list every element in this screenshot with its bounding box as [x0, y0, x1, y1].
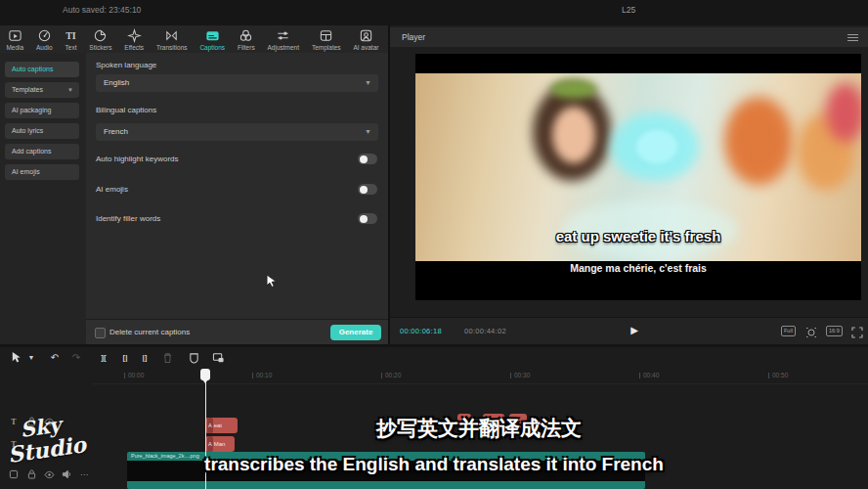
- ruler-tick: 00:10: [252, 372, 272, 378]
- identify-filler-words-toggle[interactable]: [358, 213, 377, 224]
- toolbar-media[interactable]: Media: [6, 26, 23, 51]
- filters-icon: [239, 28, 253, 43]
- ruler-tick: 00:30: [510, 372, 530, 378]
- current-timecode: 00:00:06:18: [400, 327, 442, 335]
- toolbar-ai-avatar[interactable]: AI avatar: [353, 26, 378, 51]
- ai-avatar-icon: [359, 28, 373, 43]
- duration-timecode: 00:00:44:02: [464, 327, 506, 335]
- session-label: L25: [622, 5, 635, 15]
- mouse-cursor: [266, 274, 279, 292]
- video-scene-flowers-orange: [724, 97, 793, 185]
- mask-icon[interactable]: [186, 350, 201, 365]
- toolbar-label: Transitions: [156, 44, 188, 51]
- redo-icon[interactable]: ↷: [68, 350, 84, 365]
- sidebar-item-label: AI packaging: [12, 107, 51, 113]
- toolbar-transitions[interactable]: Transitions: [156, 26, 188, 51]
- burned-subtitle-english: transcribes the English and translates i…: [0, 454, 868, 475]
- chevron-down-icon: ▼: [67, 82, 73, 98]
- sidebar-item-auto-captions[interactable]: Auto captions: [5, 62, 79, 77]
- overlay-track-icon[interactable]: [210, 350, 226, 365]
- ruler-tick: 00:50: [768, 372, 788, 378]
- chevron-down-icon: ▼: [365, 74, 371, 92]
- burned-subtitle-chinese: 抄写英文并翻译成法文: [90, 415, 868, 442]
- player-panel: Player eat up sweetie it's fresh Mange m…: [390, 25, 868, 344]
- aspect-ratio-badge[interactable]: 16:9: [826, 326, 843, 336]
- generate-button[interactable]: Generate: [330, 325, 381, 340]
- media-toolbar: Media Audio TI Text Stickers Effects Tra…: [0, 26, 385, 56]
- split-icon[interactable]: ][: [96, 350, 111, 365]
- title-bar: Auto saved: 23:45:10 L25: [0, 0, 868, 25]
- sidebar-item-auto-lyrics[interactable]: Auto lyrics: [5, 123, 79, 139]
- delete-right-icon[interactable]: |]: [137, 350, 152, 365]
- select-tool-icon[interactable]: [8, 350, 23, 365]
- chevron-down-icon: ▼: [365, 123, 371, 141]
- player-controls: 00:00:06:18 00:00:44:02 ▶ Full 16:9: [390, 317, 868, 344]
- sidebar-item-label: AI emojis: [12, 168, 40, 175]
- video-scene-headband: [550, 79, 597, 99]
- toolbar-audio[interactable]: Audio: [36, 26, 53, 51]
- toolbar-label: Effects: [124, 44, 144, 51]
- undo-icon[interactable]: ↶: [47, 350, 63, 365]
- toolbar-templates[interactable]: Templates: [312, 26, 341, 51]
- toolbar-label: Text: [65, 44, 77, 51]
- sidebar-item-add-captions[interactable]: Add captions: [5, 144, 79, 159]
- sidebar-item-ai-emojis[interactable]: AI emojis: [5, 164, 79, 180]
- ruler-tick: 00:20: [381, 372, 401, 378]
- timeline-toolbar: ▼ ↶ ↷ ][ [| |]: [0, 347, 868, 368]
- toolbar-label: Media: [6, 44, 23, 51]
- ai-emojis-toggle[interactable]: [358, 184, 377, 195]
- select-tool-chevron-icon[interactable]: ▼: [23, 350, 39, 365]
- ruler-tick: 00:40: [639, 372, 659, 378]
- toolbar-label: Filters: [238, 44, 255, 51]
- toolbar-text[interactable]: TI Text: [65, 26, 77, 51]
- delete-left-icon[interactable]: [|: [117, 350, 133, 365]
- ai-emojis-label: AI emojis: [96, 185, 128, 194]
- sidebar-item-label: Add captions: [12, 148, 51, 155]
- toolbar-filters[interactable]: Filters: [238, 26, 255, 51]
- capcut-app-window: Auto saved: 23:45:10 L25 Media Audio TI …: [0, 0, 868, 489]
- bilingual-captions-select[interactable]: French ▼: [96, 123, 378, 141]
- transitions-icon: [164, 28, 179, 43]
- video-caption-french: Mange ma chérie, c'est frais: [415, 262, 861, 274]
- sidebar-item-templates[interactable]: Templates▼: [5, 82, 79, 98]
- video-caption-english: eat up sweetie it's fresh: [415, 228, 861, 244]
- player-header: Player: [390, 27, 868, 47]
- full-quality-badge[interactable]: Full: [781, 326, 796, 336]
- auto-captions-panel: Spoken language English ▼ Bilingual capt…: [86, 53, 388, 319]
- fullscreen-icon[interactable]: [851, 325, 863, 342]
- player-menu-icon[interactable]: [847, 34, 858, 42]
- video-scene-face: [552, 107, 595, 163]
- toolbar-adjustment[interactable]: Adjustment: [268, 26, 300, 51]
- identify-filler-words-label: Identify filler words: [96, 214, 160, 223]
- sidebar-item-label: Templates: [12, 86, 43, 93]
- toolbar-captions[interactable]: Captions: [199, 26, 225, 51]
- templates-icon: [319, 28, 333, 43]
- spoken-language-select[interactable]: English ▼: [96, 74, 378, 92]
- delete-icon[interactable]: [159, 350, 175, 365]
- delete-current-captions-checkbox[interactable]: [95, 328, 106, 338]
- preview-zoom-icon[interactable]: [805, 325, 817, 342]
- player-title: Player: [402, 32, 425, 42]
- spoken-language-label: Spoken language: [96, 61, 156, 69]
- sidebar-item-ai-packaging[interactable]: AI packaging: [5, 103, 79, 118]
- delete-current-captions-label: Delete current captions: [109, 328, 190, 336]
- autosave-status: Auto saved: 23:45:10: [63, 5, 141, 15]
- video-scene-butterfly: [636, 130, 677, 163]
- spoken-language-value: English: [104, 78, 129, 87]
- toggle-knob: [360, 215, 368, 223]
- bilingual-captions-label: Bilingual captions: [96, 106, 156, 114]
- auto-highlight-keywords-toggle[interactable]: [358, 154, 377, 164]
- toolbar-effects[interactable]: Effects: [124, 26, 144, 51]
- ruler-tick: 00:00: [124, 372, 144, 378]
- toggle-knob: [360, 156, 368, 163]
- bilingual-captions-value: French: [104, 127, 128, 136]
- play-button[interactable]: ▶: [628, 324, 641, 337]
- auto-highlight-keywords-label: Auto highlight keywords: [96, 155, 179, 163]
- effects-icon: [127, 28, 142, 43]
- stickers-icon: [93, 28, 108, 43]
- toolbar-stickers[interactable]: Stickers: [89, 26, 111, 51]
- toolbar-label: Stickers: [89, 44, 111, 51]
- sidebar-item-label: Auto lyrics: [12, 127, 43, 134]
- video-scene-flowers-red: [826, 83, 861, 142]
- playhead-handle[interactable]: [200, 369, 210, 380]
